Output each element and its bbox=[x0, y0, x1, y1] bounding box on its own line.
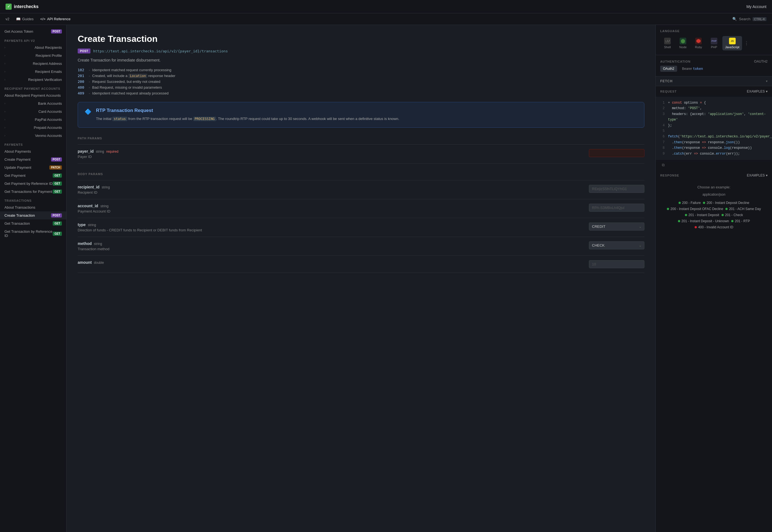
type-name: type bbox=[78, 222, 86, 227]
recipient-id-name: recipient_id bbox=[78, 185, 100, 189]
lang-tab-ruby[interactable]: Ruby bbox=[691, 36, 706, 50]
fetch-chevron-icon: ▾ bbox=[766, 79, 768, 83]
sidebar-item-recipient-address[interactable]: ›Recipient Address bbox=[0, 60, 66, 68]
lang-tab-php[interactable]: PHP PHP bbox=[707, 36, 721, 50]
chevron-down-icon: ▾ bbox=[766, 89, 768, 93]
get-transaction-ref-badge: GET bbox=[53, 232, 62, 236]
response-examples-section: Choose an example: application/json 200 … bbox=[656, 181, 772, 234]
sidebar-item-bank-accounts[interactable]: ›Bank Accounts bbox=[0, 99, 66, 108]
get-transaction-badge: GET bbox=[53, 221, 62, 226]
param-recipient-id: recipient_id string Recipient ID bbox=[78, 180, 645, 199]
resp-example-201-check[interactable]: 201 - Check bbox=[722, 213, 743, 217]
api-reference-link[interactable]: </> API Reference bbox=[40, 17, 70, 21]
type-select[interactable]: CREDIT DEBIT bbox=[589, 222, 645, 231]
chevron-icon: › bbox=[4, 78, 5, 81]
copy-button[interactable]: ⧉ bbox=[660, 161, 666, 169]
sidebar-item-get-transactions-for-payment[interactable]: Get Transactions for PaymentGET bbox=[0, 188, 66, 196]
sidebar-item-recipient-emails[interactable]: ›Recipient Emails bbox=[0, 68, 66, 76]
sidebar: Get Access Token POST PAYMENTS API V2 ›A… bbox=[0, 25, 67, 532]
sidebar-item-recipient-verification[interactable]: ›Recipient Verification bbox=[0, 76, 66, 84]
sidebar-item-paypal-accounts[interactable]: ›PayPal Accounts bbox=[0, 116, 66, 124]
fetch-header[interactable]: FETCH ▾ bbox=[656, 76, 772, 86]
resp-example-200-ofac[interactable]: 200 - Instant Deposit OFAC Decline bbox=[667, 207, 723, 211]
sidebar-item-venmo-accounts[interactable]: ›Venmo Accounts bbox=[0, 132, 66, 140]
status-dot-green bbox=[725, 208, 728, 210]
payer-id-name: payer_id bbox=[78, 149, 94, 154]
sidebar-item-get-access-token[interactable]: Get Access Token POST bbox=[0, 27, 66, 36]
chevron-icon: › bbox=[4, 110, 5, 113]
resp-example-201-rtp[interactable]: 201 - RTP bbox=[731, 219, 750, 223]
resp-example-201-ach[interactable]: 201 - ACH Same Day bbox=[725, 207, 761, 211]
auth-header-row: AUTHENTICATION OAUTH2 bbox=[660, 60, 768, 63]
php-icon: PHP bbox=[711, 38, 717, 44]
status-item-409: 409 - Idempotent matched request already… bbox=[78, 91, 645, 95]
resp-example-200-instant-deposit-decline[interactable]: 200 - Instant Deposit Decline bbox=[703, 201, 749, 205]
sidebar-item-update-payment[interactable]: Update PaymentPATCH bbox=[0, 163, 66, 172]
search-area[interactable]: 🔍 Search CTRL-K bbox=[732, 17, 766, 21]
status-item-102: 102 - Idempotent matched request current… bbox=[78, 68, 645, 72]
create-transaction-badge: POST bbox=[51, 213, 62, 218]
response-header-row: RESPONSE EXAMPLES ▾ bbox=[656, 170, 772, 181]
payer-id-required: required bbox=[106, 150, 118, 154]
sidebar-item-card-accounts[interactable]: ›Card Accounts bbox=[0, 108, 66, 116]
oauth2-tab[interactable]: OAuth2 bbox=[660, 66, 677, 72]
method-url-bar: POST https://test.api.interchecks.io/api… bbox=[78, 48, 645, 53]
chevron-icon: › bbox=[4, 134, 5, 137]
lang-tab-node[interactable]: Node bbox=[676, 36, 690, 50]
sidebar-item-create-payment[interactable]: Create PaymentPOST bbox=[0, 155, 66, 163]
js-icon: JS bbox=[729, 38, 736, 44]
sub-nav: v2 📖 Guides </> API Reference 🔍 Search C… bbox=[0, 13, 772, 25]
top-nav: ✓ interchecks My Account bbox=[0, 0, 772, 13]
chevron-icon: › bbox=[4, 126, 5, 129]
status-item-200: 200 - Request Succeeded, but entity not … bbox=[78, 80, 645, 84]
chevron-icon: › bbox=[4, 102, 5, 105]
chevron-icon: › bbox=[4, 118, 5, 121]
examples-button[interactable]: EXAMPLES ▾ bbox=[747, 89, 768, 93]
recipient-id-input[interactable] bbox=[589, 185, 645, 193]
method-select[interactable]: CHECK ACH RTP INSTANT bbox=[589, 241, 645, 249]
account-id-input[interactable] bbox=[589, 204, 645, 212]
request-label: REQUEST bbox=[660, 90, 677, 93]
code-line-8: 8 .then(response => console.log(response… bbox=[660, 145, 768, 151]
sidebar-item-about-transactions[interactable]: About Transactions bbox=[0, 203, 66, 211]
logo-area: ✓ interchecks bbox=[6, 4, 39, 10]
resp-example-201-instant[interactable]: 201 - Instant Deposit bbox=[685, 213, 719, 217]
sidebar-item-about-recipient-payment-accounts[interactable]: About Recipient Payment Accounts bbox=[0, 91, 66, 99]
sidebar-item-about-recipients[interactable]: ›About Recipients bbox=[0, 44, 66, 52]
path-params-section: PATH PARAMS payer_id string required Pay… bbox=[78, 137, 645, 163]
payer-id-input[interactable] bbox=[589, 149, 645, 157]
search-shortcut: CTRL-K bbox=[753, 17, 766, 21]
sidebar-item-get-payment[interactable]: Get PaymentGET bbox=[0, 172, 66, 180]
sidebar-item-prepaid-accounts[interactable]: ›Prepaid Accounts bbox=[0, 124, 66, 132]
account-link[interactable]: My Account bbox=[747, 4, 766, 9]
amount-input[interactable] bbox=[589, 260, 645, 268]
lang-tab-javascript[interactable]: JS JavaScript bbox=[722, 36, 742, 50]
status-dot-green bbox=[703, 202, 705, 204]
lang-tab-shell[interactable]: :// Shell bbox=[660, 36, 675, 50]
status-dot-red bbox=[695, 226, 697, 228]
language-tabs: :// Shell Node Ruby PHP PH bbox=[660, 36, 768, 50]
resp-example-200-failure[interactable]: 200 - Failure bbox=[679, 201, 701, 205]
sidebar-item-get-transaction[interactable]: Get TransactionGET bbox=[0, 219, 66, 227]
sidebar-item-create-transaction[interactable]: Create TransactionPOST bbox=[0, 211, 66, 219]
resp-example-400-invalid[interactable]: 400 - Invalid Account ID bbox=[695, 225, 733, 229]
sidebar-item-get-payment-by-ref[interactable]: Get Payment by Reference IDGET bbox=[0, 180, 66, 188]
status-dot-green bbox=[722, 214, 724, 216]
more-languages-icon[interactable]: ⋮ bbox=[744, 41, 749, 46]
response-content-type: application/json bbox=[660, 193, 768, 196]
bearer-tab[interactable]: Bearer token bbox=[679, 66, 706, 72]
guides-link[interactable]: 📖 Guides bbox=[16, 17, 34, 21]
response-examples-button[interactable]: EXAMPLES ▾ bbox=[747, 173, 768, 177]
status-dot-green bbox=[679, 202, 681, 204]
code-line-3: 3 headers: {accept: 'application/json', … bbox=[660, 111, 768, 123]
sidebar-item-get-transaction-by-ref[interactable]: Get Transaction by Reference IDGET bbox=[0, 227, 66, 240]
status-dot-green bbox=[731, 220, 733, 222]
code-line-1: 1 + const options = { bbox=[660, 100, 768, 106]
sidebar-item-recipient-profile[interactable]: ›Recipient Profile bbox=[0, 52, 66, 60]
chevron-icon: › bbox=[4, 46, 5, 49]
page-description: Create Transaction for immediate disburs… bbox=[78, 58, 645, 62]
code-line-9: 9 .catch(err => console.error(err)); bbox=[660, 151, 768, 157]
status-dot-green bbox=[678, 220, 680, 222]
sidebar-item-about-payments[interactable]: About Payments bbox=[0, 147, 66, 155]
resp-example-201-instant-unknown[interactable]: 201 - Instant Deposit - Unknown bbox=[678, 219, 729, 223]
